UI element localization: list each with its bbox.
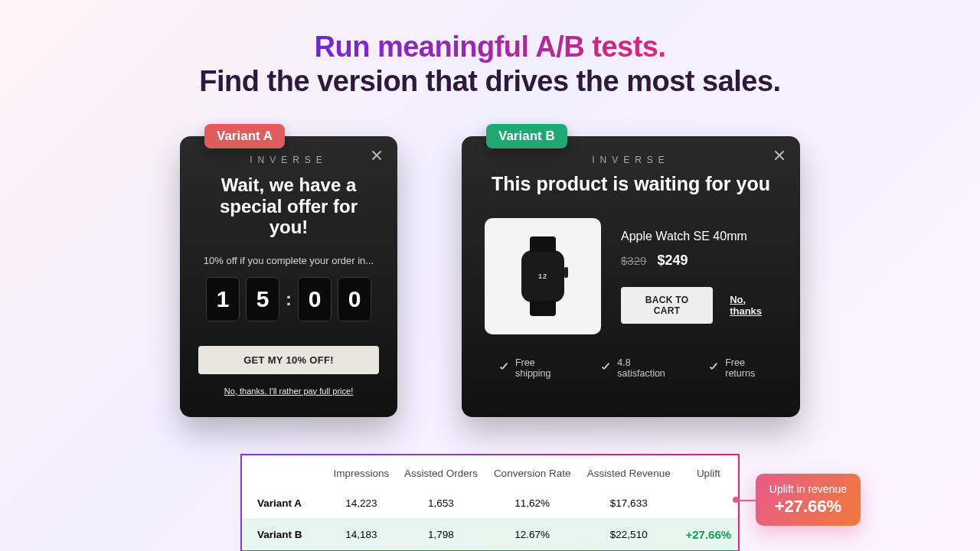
- countdown-timer: 1 5 : 0 0: [198, 277, 379, 321]
- cell-conversion-rate: 11,62%: [485, 488, 579, 519]
- variant-a-subtext: 10% off if you complete your order in...: [198, 255, 379, 266]
- cell-assisted-orders: 1,653: [397, 488, 486, 519]
- watch-icon: 12: [521, 250, 564, 302]
- variant-b-title: This product is waiting for you: [485, 173, 777, 195]
- product-name: Apple Watch SE 40mm: [621, 230, 777, 243]
- cell-uplift: +27.66%: [679, 518, 738, 550]
- timer-digit: 1: [206, 277, 240, 321]
- variant-a-card: Variant A INVERSE Wait, we have a specia…: [180, 136, 397, 417]
- col-assisted-revenue: Assisted Revenue: [579, 466, 679, 488]
- uplift-callout: Uplift in revenue +27.66%: [756, 474, 861, 526]
- cell-conversion-rate: 12.67%: [485, 518, 579, 550]
- close-icon[interactable]: [771, 147, 788, 164]
- cell-assisted-orders: 1,798: [397, 518, 486, 550]
- product-new-price: $249: [657, 253, 688, 269]
- col-conversion-rate: Conversion Rate: [485, 466, 579, 488]
- decline-product-link[interactable]: No, thanks: [730, 294, 777, 317]
- brand-logo: INVERSE: [485, 155, 777, 165]
- row-label: Variant A: [242, 488, 326, 519]
- table-row: Variant B 14,183 1,798 12.67% $22,510 +2…: [242, 518, 738, 550]
- hero-title-1: Run meaningful A/B tests.: [314, 31, 665, 64]
- variant-b-badge: Variant B: [486, 124, 567, 148]
- cell-uplift: [679, 488, 738, 519]
- variant-b-card: Variant B INVERSE This product is waitin…: [462, 136, 800, 417]
- product-old-price: $329: [621, 254, 646, 267]
- check-icon: [708, 363, 719, 373]
- feature-label: 4.8 satisfaction: [617, 357, 681, 379]
- brand-logo: INVERSE: [198, 155, 379, 165]
- variant-a-badge: Variant A: [204, 124, 285, 148]
- timer-colon: :: [286, 289, 292, 310]
- cell-assisted-revenue: $17,633: [579, 488, 679, 519]
- callout-label: Uplift in revenue: [769, 483, 847, 495]
- variant-a-title-line: special offer for you!: [220, 196, 358, 238]
- results-table: Impressions Assisted Orders Conversion R…: [240, 454, 740, 551]
- timer-digit: 5: [246, 277, 279, 321]
- cell-assisted-revenue: $22,510: [579, 518, 679, 550]
- timer-digit: 0: [298, 277, 332, 321]
- variant-a-title-line: Wait, we have a: [221, 174, 357, 195]
- hero-title-2: Find the version that drives the most sa…: [0, 65, 980, 98]
- close-icon[interactable]: [368, 147, 385, 164]
- get-discount-button[interactable]: GET MY 10% OFF!: [198, 346, 379, 374]
- timer-digit: 0: [338, 277, 371, 321]
- check-icon: [498, 363, 509, 373]
- callout-value: +27.66%: [769, 497, 847, 517]
- col-assisted-orders: Assisted Orders: [397, 466, 486, 488]
- feature-label: Free shipping: [515, 357, 573, 379]
- col-uplift: Uplift: [679, 466, 738, 488]
- table-row: Variant A 14,223 1,653 11,62% $17,633: [242, 488, 738, 519]
- cell-impressions: 14,223: [326, 488, 397, 519]
- feature-label: Free returns: [725, 357, 777, 379]
- col-impressions: Impressions: [326, 466, 397, 488]
- product-image: 12: [485, 218, 601, 334]
- cell-impressions: 14,183: [326, 518, 397, 550]
- check-icon: [600, 363, 611, 373]
- decline-offer-link[interactable]: No, thanks. I'll rather pay full price!: [198, 386, 379, 396]
- row-label: Variant B: [242, 518, 326, 550]
- back-to-cart-button[interactable]: BACK TO CART: [621, 287, 713, 324]
